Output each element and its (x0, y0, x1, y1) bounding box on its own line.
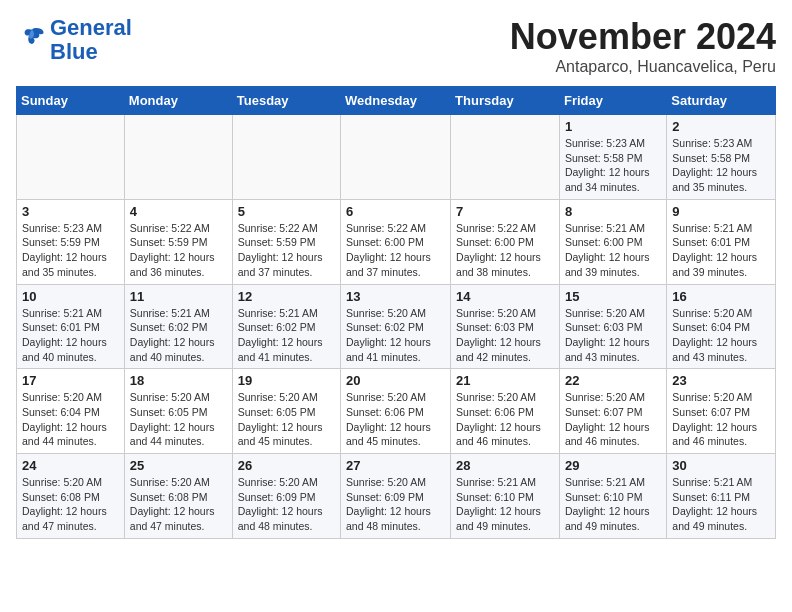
calendar-day-cell (341, 115, 451, 200)
weekday-header-cell: Wednesday (341, 87, 451, 115)
day-info: Sunrise: 5:22 AM Sunset: 6:00 PM Dayligh… (456, 221, 554, 280)
calendar-week-row: 10Sunrise: 5:21 AM Sunset: 6:01 PM Dayli… (17, 284, 776, 369)
weekday-header-row: SundayMondayTuesdayWednesdayThursdayFrid… (17, 87, 776, 115)
logo-bird-icon (18, 24, 46, 52)
calendar-day-cell: 23Sunrise: 5:20 AM Sunset: 6:07 PM Dayli… (667, 369, 776, 454)
weekday-header-cell: Thursday (451, 87, 560, 115)
day-number: 2 (672, 119, 770, 134)
day-number: 16 (672, 289, 770, 304)
day-number: 14 (456, 289, 554, 304)
calendar-day-cell: 2Sunrise: 5:23 AM Sunset: 5:58 PM Daylig… (667, 115, 776, 200)
calendar-day-cell: 29Sunrise: 5:21 AM Sunset: 6:10 PM Dayli… (559, 454, 666, 539)
day-number: 8 (565, 204, 661, 219)
calendar-day-cell: 12Sunrise: 5:21 AM Sunset: 6:02 PM Dayli… (232, 284, 340, 369)
weekday-header-cell: Monday (124, 87, 232, 115)
location-subtitle: Antaparco, Huancavelica, Peru (510, 58, 776, 76)
day-number: 15 (565, 289, 661, 304)
day-number: 20 (346, 373, 445, 388)
calendar-day-cell: 21Sunrise: 5:20 AM Sunset: 6:06 PM Dayli… (451, 369, 560, 454)
day-number: 7 (456, 204, 554, 219)
day-info: Sunrise: 5:22 AM Sunset: 6:00 PM Dayligh… (346, 221, 445, 280)
day-number: 10 (22, 289, 119, 304)
day-number: 5 (238, 204, 335, 219)
calendar-day-cell: 22Sunrise: 5:20 AM Sunset: 6:07 PM Dayli… (559, 369, 666, 454)
calendar-day-cell: 16Sunrise: 5:20 AM Sunset: 6:04 PM Dayli… (667, 284, 776, 369)
day-number: 12 (238, 289, 335, 304)
day-info: Sunrise: 5:20 AM Sunset: 6:09 PM Dayligh… (346, 475, 445, 534)
day-info: Sunrise: 5:20 AM Sunset: 6:05 PM Dayligh… (130, 390, 227, 449)
day-info: Sunrise: 5:21 AM Sunset: 6:01 PM Dayligh… (22, 306, 119, 365)
calendar-week-row: 24Sunrise: 5:20 AM Sunset: 6:08 PM Dayli… (17, 454, 776, 539)
day-info: Sunrise: 5:20 AM Sunset: 6:09 PM Dayligh… (238, 475, 335, 534)
day-info: Sunrise: 5:21 AM Sunset: 6:02 PM Dayligh… (130, 306, 227, 365)
day-info: Sunrise: 5:22 AM Sunset: 5:59 PM Dayligh… (238, 221, 335, 280)
day-info: Sunrise: 5:22 AM Sunset: 5:59 PM Dayligh… (130, 221, 227, 280)
calendar-day-cell: 9Sunrise: 5:21 AM Sunset: 6:01 PM Daylig… (667, 199, 776, 284)
calendar-day-cell: 10Sunrise: 5:21 AM Sunset: 6:01 PM Dayli… (17, 284, 125, 369)
calendar-day-cell (17, 115, 125, 200)
day-number: 9 (672, 204, 770, 219)
calendar-day-cell: 1Sunrise: 5:23 AM Sunset: 5:58 PM Daylig… (559, 115, 666, 200)
day-number: 27 (346, 458, 445, 473)
day-number: 1 (565, 119, 661, 134)
day-number: 19 (238, 373, 335, 388)
day-info: Sunrise: 5:20 AM Sunset: 6:07 PM Dayligh… (565, 390, 661, 449)
day-info: Sunrise: 5:21 AM Sunset: 6:02 PM Dayligh… (238, 306, 335, 365)
day-info: Sunrise: 5:20 AM Sunset: 6:06 PM Dayligh… (346, 390, 445, 449)
calendar-day-cell: 5Sunrise: 5:22 AM Sunset: 5:59 PM Daylig… (232, 199, 340, 284)
weekday-header-cell: Tuesday (232, 87, 340, 115)
logo: General Blue (16, 16, 132, 64)
calendar-week-row: 17Sunrise: 5:20 AM Sunset: 6:04 PM Dayli… (17, 369, 776, 454)
calendar-day-cell: 20Sunrise: 5:20 AM Sunset: 6:06 PM Dayli… (341, 369, 451, 454)
calendar-table: SundayMondayTuesdayWednesdayThursdayFrid… (16, 86, 776, 539)
day-number: 24 (22, 458, 119, 473)
weekday-header-cell: Saturday (667, 87, 776, 115)
day-number: 29 (565, 458, 661, 473)
day-number: 13 (346, 289, 445, 304)
calendar-week-row: 1Sunrise: 5:23 AM Sunset: 5:58 PM Daylig… (17, 115, 776, 200)
calendar-day-cell: 19Sunrise: 5:20 AM Sunset: 6:05 PM Dayli… (232, 369, 340, 454)
day-info: Sunrise: 5:23 AM Sunset: 5:58 PM Dayligh… (672, 136, 770, 195)
calendar-day-cell: 8Sunrise: 5:21 AM Sunset: 6:00 PM Daylig… (559, 199, 666, 284)
day-number: 26 (238, 458, 335, 473)
day-number: 3 (22, 204, 119, 219)
logo-text: General Blue (50, 16, 132, 64)
calendar-day-cell: 28Sunrise: 5:21 AM Sunset: 6:10 PM Dayli… (451, 454, 560, 539)
calendar-day-cell (451, 115, 560, 200)
calendar-day-cell: 17Sunrise: 5:20 AM Sunset: 6:04 PM Dayli… (17, 369, 125, 454)
day-info: Sunrise: 5:20 AM Sunset: 6:07 PM Dayligh… (672, 390, 770, 449)
calendar-day-cell (124, 115, 232, 200)
day-number: 4 (130, 204, 227, 219)
calendar-day-cell: 6Sunrise: 5:22 AM Sunset: 6:00 PM Daylig… (341, 199, 451, 284)
day-info: Sunrise: 5:20 AM Sunset: 6:03 PM Dayligh… (565, 306, 661, 365)
calendar-day-cell: 18Sunrise: 5:20 AM Sunset: 6:05 PM Dayli… (124, 369, 232, 454)
day-info: Sunrise: 5:20 AM Sunset: 6:08 PM Dayligh… (22, 475, 119, 534)
day-number: 6 (346, 204, 445, 219)
calendar-week-row: 3Sunrise: 5:23 AM Sunset: 5:59 PM Daylig… (17, 199, 776, 284)
day-info: Sunrise: 5:21 AM Sunset: 6:10 PM Dayligh… (456, 475, 554, 534)
page-header: General Blue November 2024 Antaparco, Hu… (16, 16, 776, 76)
day-info: Sunrise: 5:21 AM Sunset: 6:10 PM Dayligh… (565, 475, 661, 534)
calendar-day-cell: 26Sunrise: 5:20 AM Sunset: 6:09 PM Dayli… (232, 454, 340, 539)
calendar-day-cell: 30Sunrise: 5:21 AM Sunset: 6:11 PM Dayli… (667, 454, 776, 539)
calendar-day-cell: 3Sunrise: 5:23 AM Sunset: 5:59 PM Daylig… (17, 199, 125, 284)
calendar-day-cell: 27Sunrise: 5:20 AM Sunset: 6:09 PM Dayli… (341, 454, 451, 539)
day-number: 30 (672, 458, 770, 473)
day-number: 11 (130, 289, 227, 304)
title-area: November 2024 Antaparco, Huancavelica, P… (510, 16, 776, 76)
day-info: Sunrise: 5:21 AM Sunset: 6:00 PM Dayligh… (565, 221, 661, 280)
day-number: 22 (565, 373, 661, 388)
day-number: 21 (456, 373, 554, 388)
calendar-day-cell: 14Sunrise: 5:20 AM Sunset: 6:03 PM Dayli… (451, 284, 560, 369)
calendar-body: 1Sunrise: 5:23 AM Sunset: 5:58 PM Daylig… (17, 115, 776, 539)
calendar-day-cell: 13Sunrise: 5:20 AM Sunset: 6:02 PM Dayli… (341, 284, 451, 369)
month-title: November 2024 (510, 16, 776, 58)
day-info: Sunrise: 5:20 AM Sunset: 6:04 PM Dayligh… (22, 390, 119, 449)
calendar-day-cell: 15Sunrise: 5:20 AM Sunset: 6:03 PM Dayli… (559, 284, 666, 369)
day-info: Sunrise: 5:20 AM Sunset: 6:03 PM Dayligh… (456, 306, 554, 365)
day-number: 25 (130, 458, 227, 473)
day-info: Sunrise: 5:20 AM Sunset: 6:08 PM Dayligh… (130, 475, 227, 534)
day-info: Sunrise: 5:20 AM Sunset: 6:05 PM Dayligh… (238, 390, 335, 449)
day-number: 17 (22, 373, 119, 388)
day-number: 18 (130, 373, 227, 388)
